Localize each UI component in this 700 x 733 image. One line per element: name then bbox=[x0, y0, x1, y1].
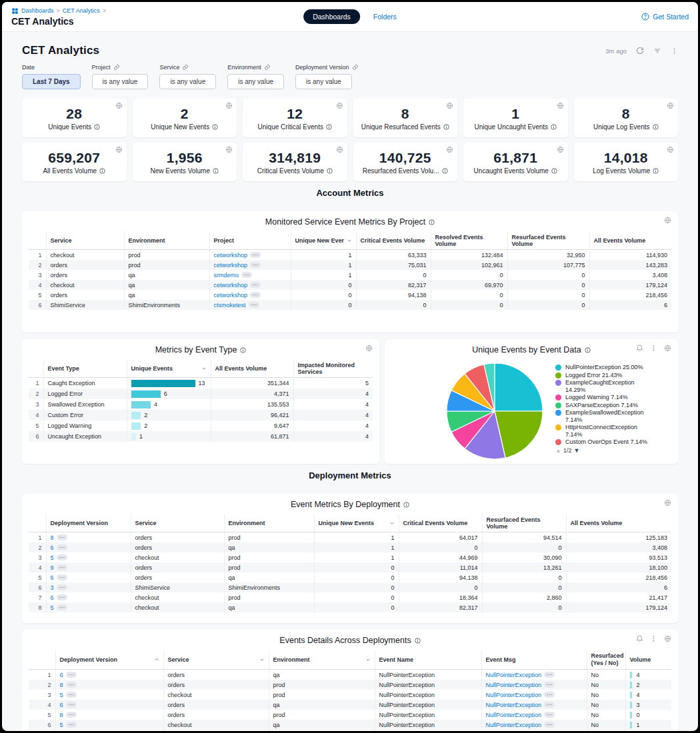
globe-icon[interactable] bbox=[365, 345, 373, 352]
more-options-pill[interactable] bbox=[544, 702, 555, 708]
sort-up-icon[interactable] bbox=[154, 657, 159, 662]
globe-icon[interactable] bbox=[664, 635, 671, 642]
deployment-version-link[interactable]: 5 bbox=[51, 554, 54, 561]
info-icon[interactable] bbox=[99, 168, 105, 174]
column-header-service[interactable]: Service bbox=[131, 514, 224, 532]
info-icon[interactable] bbox=[653, 168, 659, 174]
deployment-version-link[interactable]: 6 bbox=[60, 702, 63, 708]
info-icon[interactable] bbox=[212, 124, 218, 130]
info-icon[interactable] bbox=[443, 124, 449, 130]
pie-slice-nullpointerexception[interactable] bbox=[495, 363, 543, 411]
column-header-environment[interactable]: Environment bbox=[269, 650, 375, 670]
column-header-event-name[interactable]: Event Name bbox=[375, 650, 481, 670]
project-link[interactable]: cetworkshop bbox=[214, 252, 248, 259]
deployment-version-link[interactable]: 9 bbox=[51, 564, 54, 571]
more-options-pill[interactable] bbox=[57, 584, 67, 590]
column-header-unique-events[interactable]: Unique Events bbox=[127, 360, 211, 378]
more-options-pill[interactable] bbox=[249, 302, 259, 308]
event-msg-link[interactable]: NullPointerException bbox=[486, 682, 542, 688]
legend-item-custom-overops-event[interactable]: Custom OverOps Event 7.14% bbox=[555, 438, 662, 446]
globe-icon[interactable] bbox=[557, 102, 564, 109]
project-link[interactable]: cetworkshop bbox=[214, 282, 248, 289]
legend-item-saxparseexception[interactable]: SAXParseException 7.14% bbox=[555, 402, 662, 409]
legend-item-logged-error[interactable]: Logged Error 21.43% bbox=[555, 372, 662, 379]
legend-page-down-icon[interactable]: ▼ bbox=[573, 447, 579, 454]
filter-icon[interactable] bbox=[653, 47, 661, 55]
legend-item-exampleswallowedexception[interactable]: ExampleSwallowedException 7.14% bbox=[555, 409, 662, 423]
column-header-impacted-monitored-services[interactable]: Impacted Monitored Services bbox=[293, 360, 373, 378]
column-header-unique-new-ever[interactable]: Unique New Ever bbox=[291, 232, 356, 250]
more-options-pill[interactable] bbox=[66, 712, 77, 718]
legend-item-nullpointerexception[interactable]: NullPointerException 25.00% bbox=[555, 364, 662, 371]
refresh-icon[interactable] bbox=[636, 47, 644, 55]
column-header-environment[interactable]: Environment bbox=[224, 514, 314, 532]
globe-icon[interactable] bbox=[115, 102, 123, 109]
more-options-pill[interactable] bbox=[66, 682, 77, 688]
globe-icon[interactable] bbox=[664, 499, 671, 506]
more-options-pill[interactable] bbox=[66, 722, 77, 728]
legend-item-examplecaughtexception[interactable]: ExampleCaughtException 14.29% bbox=[555, 379, 662, 393]
globe-icon[interactable] bbox=[115, 146, 123, 153]
deployment-version-link[interactable]: 6 bbox=[51, 544, 54, 551]
more-options-pill[interactable] bbox=[66, 692, 77, 698]
info-icon[interactable] bbox=[94, 124, 100, 130]
column-header-critical-events-volume[interactable]: Critical Events Volume bbox=[356, 232, 431, 250]
more-options-pill[interactable] bbox=[57, 544, 67, 550]
more-options-pill[interactable] bbox=[544, 722, 555, 728]
bell-icon[interactable] bbox=[636, 345, 643, 352]
deployment-version-link[interactable]: 6 bbox=[51, 574, 54, 581]
filter-chip-environment[interactable]: is any value bbox=[227, 74, 284, 89]
globe-icon[interactable] bbox=[336, 146, 343, 153]
more-options-pill[interactable] bbox=[57, 594, 67, 600]
deployment-version-link[interactable]: 5 bbox=[60, 692, 63, 698]
more-options-pill[interactable] bbox=[57, 534, 67, 540]
info-icon[interactable] bbox=[429, 219, 435, 225]
column-header-environment[interactable]: Environment bbox=[124, 232, 209, 250]
column-header-event-type[interactable]: Event Type bbox=[43, 360, 127, 378]
project-link[interactable]: cetworkshop bbox=[214, 262, 248, 269]
project-link[interactable]: ctsmoketest bbox=[214, 302, 246, 309]
event-msg-link[interactable]: NullPointerException bbox=[486, 712, 542, 718]
filter-chip-date[interactable]: Last 7 Days bbox=[22, 74, 81, 89]
more-options-pill[interactable] bbox=[544, 692, 555, 698]
info-icon[interactable] bbox=[326, 124, 332, 130]
more-options-pill[interactable] bbox=[66, 672, 77, 678]
globe-icon[interactable] bbox=[667, 102, 674, 109]
deployment-version-link[interactable]: 5 bbox=[60, 722, 63, 728]
globe-icon[interactable] bbox=[446, 102, 453, 109]
column-header-unique-new-events[interactable]: Unique New Events bbox=[314, 514, 399, 532]
globe-icon[interactable] bbox=[336, 102, 343, 109]
column-header-all-events-volume[interactable]: All Events Volume bbox=[589, 232, 671, 250]
more-options-pill[interactable] bbox=[544, 672, 555, 678]
column-header-service[interactable]: Service bbox=[163, 650, 269, 670]
project-link[interactable]: srmdemo bbox=[214, 272, 239, 279]
event-msg-link[interactable]: NullPointerException bbox=[486, 692, 542, 698]
more-options-pill[interactable] bbox=[544, 712, 555, 718]
info-icon[interactable] bbox=[327, 168, 333, 174]
sort-down-icon[interactable] bbox=[347, 238, 352, 243]
info-icon[interactable] bbox=[585, 347, 591, 353]
column-header-service[interactable]: Service bbox=[46, 232, 124, 250]
more-options-pill[interactable] bbox=[66, 702, 77, 708]
column-header-deployment-version[interactable]: Deployment Version bbox=[46, 514, 131, 532]
globe-icon[interactable] bbox=[667, 146, 674, 153]
legend-item-logged-warning[interactable]: Logged Warning 7.14% bbox=[555, 394, 662, 401]
kebab-menu-icon[interactable] bbox=[650, 345, 657, 352]
filter-chip-deployment-version[interactable]: is any value bbox=[295, 74, 352, 89]
tab-folders[interactable]: Folders bbox=[373, 13, 397, 21]
column-header-volume[interactable]: Volume bbox=[625, 650, 671, 670]
more-options-pill[interactable] bbox=[57, 564, 67, 570]
event-msg-link[interactable]: NullPointerException bbox=[486, 672, 542, 678]
more-options-pill[interactable] bbox=[57, 604, 67, 610]
filter-chip-project[interactable]: is any value bbox=[92, 74, 149, 89]
bell-icon[interactable] bbox=[636, 635, 643, 642]
more-options-pill[interactable] bbox=[250, 292, 261, 298]
more-options-pill[interactable] bbox=[57, 554, 67, 560]
kebab-menu-icon[interactable] bbox=[650, 635, 657, 642]
more-options-pill[interactable] bbox=[250, 262, 261, 268]
sort-down-icon[interactable] bbox=[201, 366, 207, 371]
column-header-all-events-volume[interactable]: All Events Volume bbox=[211, 360, 293, 378]
event-msg-link[interactable]: NullPointerException bbox=[486, 722, 542, 728]
legend-item-httphostconnectexception[interactable]: HttpHostConnectException 7.14% bbox=[555, 424, 662, 438]
column-header-resurfaced-events-volume[interactable]: Resurfaced Events Volume bbox=[507, 232, 589, 250]
